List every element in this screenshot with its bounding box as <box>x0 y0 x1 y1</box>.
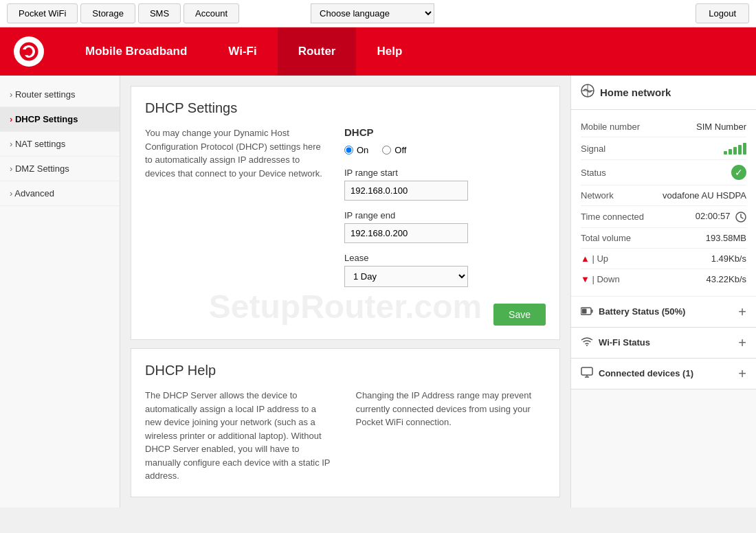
mobile-number-row: Mobile number SIM Number <box>581 117 746 137</box>
account-tab[interactable]: Account <box>184 3 239 23</box>
dhcp-settings-panel: SetupRouter.com DHCP Settings You may ch… <box>131 86 560 340</box>
ip-range-end-group: IP range end 192.168.0.200 <box>344 210 546 243</box>
sidebar: Router settings DHCP Settings NAT settin… <box>0 76 120 508</box>
svg-point-0 <box>20 43 38 61</box>
battery-section[interactable]: Battery Status (50%) + <box>571 297 756 328</box>
main-nav-header: Mobile Broadband Wi-Fi Router Help <box>0 27 756 76</box>
ip-range-start-input[interactable]: 192.168.0.100 <box>344 181 468 201</box>
ip-range-end-input[interactable]: 192.168.0.200 <box>344 223 468 243</box>
signal-bars <box>724 142 746 155</box>
lease-label: Lease <box>344 253 546 263</box>
ip-range-start-label: IP range start <box>344 168 546 178</box>
vodafone-logo <box>14 36 44 67</box>
dhcp-off-radio[interactable] <box>382 146 391 155</box>
time-connected-row: Time connected 02:00:57 <box>581 206 746 228</box>
download-label: ▼ | Down <box>581 274 620 284</box>
dhcp-panel-body: You may change your Dynamic Host Configu… <box>145 126 546 297</box>
sms-tab[interactable]: SMS <box>138 3 181 23</box>
signal-row: Signal <box>581 137 746 160</box>
dhcp-label: DHCP <box>344 126 546 138</box>
dhcp-form: DHCP On Off IP range start 192.16 <box>344 126 546 297</box>
upload-label: ▲ | Up <box>581 253 608 264</box>
wifi-expand-icon: + <box>738 336 746 350</box>
save-button[interactable]: Save <box>493 304 546 326</box>
dhcp-help-panel: DHCP Help The DHCP Server allows the dev… <box>131 348 560 497</box>
dhcp-on-text: On <box>357 145 368 155</box>
right-sidebar: Home network Mobile number SIM Number Si… <box>570 76 756 508</box>
logout-button[interactable]: Logout <box>696 3 749 23</box>
time-connected-label: Time connected <box>581 212 644 222</box>
total-volume-row: Total volume 193.58MB <box>581 228 746 249</box>
sidebar-item-router-settings[interactable]: Router settings <box>0 82 120 107</box>
wifi-status-header[interactable]: Wi-Fi Status + <box>571 328 756 358</box>
status-row: Status ✓ <box>581 160 746 185</box>
dhcp-help-title: DHCP Help <box>145 363 546 378</box>
ip-range-end-label: IP range end <box>344 210 546 220</box>
connected-devices-header[interactable]: Connected devices (1) + <box>571 359 756 389</box>
battery-expand-icon: + <box>738 305 746 319</box>
home-network-header: Home network <box>571 76 756 110</box>
signal-bar-2 <box>729 149 732 155</box>
connected-devices-icon <box>581 367 593 380</box>
network-label: Network <box>581 190 614 201</box>
nav-mobile-broadband[interactable]: Mobile Broadband <box>65 27 208 76</box>
wifi-status-icon <box>581 337 593 348</box>
dhcp-description: You may change your Dynamic Host Configu… <box>145 126 324 297</box>
help-col2: Changing the IP Address range may preven… <box>356 389 546 483</box>
network-info: Mobile number SIM Number Signal Status ✓ <box>571 110 756 297</box>
svg-rect-5 <box>582 308 587 313</box>
signal-bar-4 <box>738 145 742 155</box>
dhcp-panel-title: DHCP Settings <box>145 100 546 116</box>
total-volume-label[interactable]: Total volume <box>581 233 631 243</box>
network-value: vodafone AU HSDPA <box>663 190 746 201</box>
pocket-wifi-tab[interactable]: Pocket WiFi <box>7 3 78 23</box>
lease-group: Lease 1 Day 12 Hours 8 Hours 4 Hours 1 H… <box>344 253 546 287</box>
sidebar-item-dhcp-settings[interactable]: DHCP Settings <box>0 107 120 132</box>
main-layout: Router settings DHCP Settings NAT settin… <box>0 76 756 508</box>
save-button-row: Save <box>145 304 546 326</box>
svg-rect-4 <box>592 309 593 313</box>
connected-devices-left: Connected devices (1) <box>581 367 693 380</box>
download-row: ▼ | Down 43.22Kb/s <box>581 269 746 289</box>
signal-label: Signal <box>581 144 605 154</box>
download-value: 43.22Kb/s <box>706 274 746 284</box>
nav-wifi[interactable]: Wi-Fi <box>208 27 277 76</box>
help-col1: The DHCP Server allows the device to aut… <box>145 389 335 483</box>
svg-point-6 <box>586 345 588 346</box>
top-nav: Pocket WiFi Storage SMS Account Choose l… <box>0 0 756 27</box>
battery-icon <box>581 306 593 317</box>
battery-header[interactable]: Battery Status (50%) + <box>571 297 756 327</box>
time-connected-value: 02:00:57 <box>696 211 746 223</box>
lease-select[interactable]: 1 Day 12 Hours 8 Hours 4 Hours 1 Hour <box>344 266 468 287</box>
battery-title: Battery Status (50%) <box>599 306 685 317</box>
dhcp-off-label[interactable]: Off <box>382 145 406 155</box>
home-network-title: Home network <box>600 87 671 98</box>
upload-value: 1.49Kb/s <box>711 253 746 264</box>
wifi-status-section[interactable]: Wi-Fi Status + <box>571 328 756 359</box>
dhcp-off-text: Off <box>394 145 406 155</box>
content-area: SetupRouter.com DHCP Settings You may ch… <box>120 76 570 508</box>
sidebar-item-dmz-settings[interactable]: DMZ Settings <box>0 157 120 181</box>
dhcp-on-radio[interactable] <box>344 146 353 155</box>
network-row: Network vodafone AU HSDPA <box>581 185 746 206</box>
language-selector-wrapper: Choose language <box>311 3 434 23</box>
storage-tab[interactable]: Storage <box>80 3 135 23</box>
dhcp-on-label[interactable]: On <box>344 145 368 155</box>
connected-devices-expand-icon: + <box>738 367 746 381</box>
help-panel-body: The DHCP Server allows the device to aut… <box>145 389 546 483</box>
svg-rect-7 <box>581 367 592 375</box>
nav-router[interactable]: Router <box>278 27 357 76</box>
nav-help[interactable]: Help <box>356 27 423 76</box>
connected-devices-section[interactable]: Connected devices (1) + <box>571 359 756 389</box>
battery-left: Battery Status (50%) <box>581 306 685 317</box>
home-network-icon <box>581 84 594 101</box>
language-select[interactable]: Choose language <box>311 3 434 23</box>
signal-bar-1 <box>724 151 727 155</box>
sidebar-item-nat-settings[interactable]: NAT settings <box>0 132 120 157</box>
signal-bar-5 <box>743 143 746 155</box>
connected-devices-title: Connected devices (1) <box>599 368 693 378</box>
sidebar-item-advanced[interactable]: Advanced <box>0 181 120 206</box>
wifi-status-title: Wi-Fi Status <box>599 337 650 348</box>
wifi-status-left: Wi-Fi Status <box>581 337 650 348</box>
mobile-number-label: Mobile number <box>581 122 640 132</box>
